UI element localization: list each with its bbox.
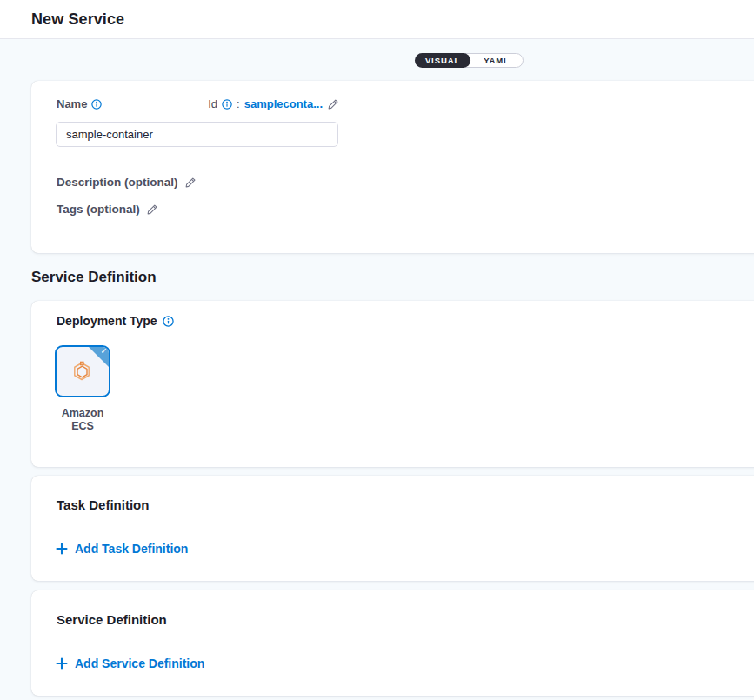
description-row: Description (optional) — [57, 176, 197, 189]
service-definition-card: Service Definition Add Service Definitio… — [31, 590, 754, 696]
service-definition-heading: Service Definition — [31, 269, 157, 286]
selected-check-icon: ✓ — [101, 346, 108, 356]
description-label: Description (optional) — [57, 176, 178, 189]
name-id-row: Name Id : sampleconta... — [57, 97, 339, 110]
id-value[interactable]: sampleconta... — [244, 97, 323, 110]
add-service-definition-button[interactable]: Add Service Definition — [56, 657, 204, 670]
page-header: New Service — [0, 0, 754, 39]
tags-edit-pencil-icon[interactable] — [146, 203, 158, 216]
toggle-visual[interactable]: VISUAL — [415, 53, 470, 68]
plus-icon — [56, 543, 68, 555]
id-edit-pencil-icon[interactable] — [327, 98, 339, 110]
toggle-yaml[interactable]: YAML — [470, 54, 523, 67]
id-info-icon[interactable] — [222, 99, 232, 110]
deployment-type-label: Deployment Type — [57, 314, 157, 328]
visual-yaml-toggle: VISUAL YAML — [415, 53, 524, 68]
deployment-type-info-icon[interactable] — [163, 316, 174, 327]
add-service-definition-label: Add Service Definition — [75, 657, 204, 670]
add-task-definition-label: Add Task Definition — [75, 542, 188, 556]
deployment-type-card: Deployment Type ✓ Amazon ECS — [31, 301, 754, 467]
page-title: New Service — [31, 10, 124, 29]
tags-row: Tags (optional) — [57, 203, 158, 216]
service-overview-card: Name Id : sampleconta... Description (op… — [31, 81, 754, 253]
name-info-icon[interactable] — [91, 99, 102, 110]
task-definition-title: Task Definition — [57, 497, 149, 512]
deployment-type-label-group: Deployment Type — [57, 314, 174, 328]
add-task-definition-button[interactable]: Add Task Definition — [56, 542, 188, 556]
id-group: Id : sampleconta... — [208, 97, 339, 110]
deployment-type-tile-label: Amazon ECS — [55, 407, 110, 433]
service-definition-title: Service Definition — [57, 612, 167, 627]
plus-icon — [56, 657, 68, 670]
deployment-type-tile-amazon-ecs[interactable]: ✓ — [55, 345, 110, 397]
tags-label: Tags (optional) — [57, 203, 140, 216]
task-definition-card: Task Definition Add Task Definition — [31, 476, 754, 581]
description-edit-pencil-icon[interactable] — [184, 177, 197, 189]
name-label: Name — [57, 97, 87, 110]
id-separator: : — [237, 97, 240, 110]
service-name-input[interactable] — [56, 122, 338, 147]
id-label: Id — [208, 97, 217, 110]
name-label-group: Name — [57, 97, 102, 110]
